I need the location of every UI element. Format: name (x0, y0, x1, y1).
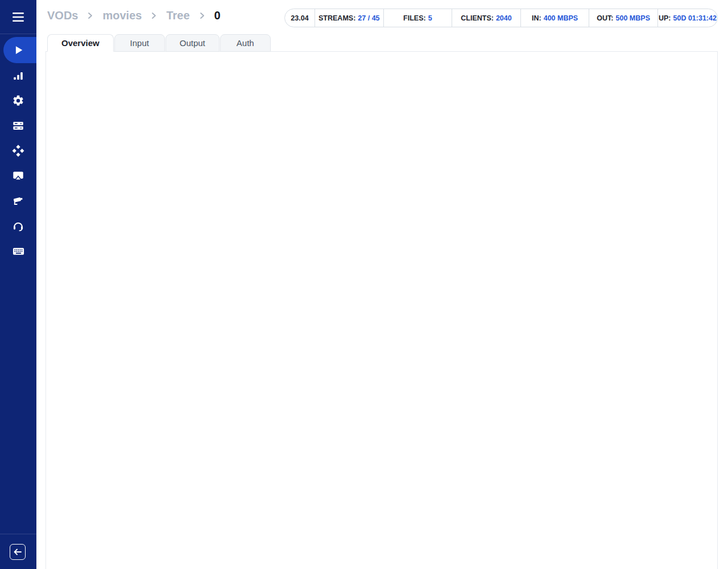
stat-streams[interactable]: STREAMS: 27 / 45 (315, 9, 383, 27)
stat-out[interactable]: OUT: 500 MBPS (589, 9, 657, 27)
stat-label: FILES: (403, 14, 426, 22)
cluster-diamonds-icon (12, 145, 24, 157)
tab-overview[interactable]: Overview (47, 34, 114, 52)
version-value: 23.04 (291, 14, 308, 22)
stat-files[interactable]: FILES: 5 (383, 9, 452, 27)
chevron-right-icon (198, 11, 206, 20)
stat-value: 500 MBPS (616, 14, 650, 22)
stat-in[interactable]: IN: 400 MBPS (520, 9, 589, 27)
collapse-sidebar-button[interactable] (10, 544, 26, 560)
headphones-icon (12, 220, 24, 232)
stat-value: 50D 01:31:42 (673, 14, 717, 22)
sidebar-item-settings[interactable] (0, 88, 36, 113)
breadcrumb-current: 0 (214, 9, 221, 22)
stat-label: IN: (532, 14, 541, 22)
stat-clients[interactable]: CLIENTS: 2040 (452, 9, 520, 27)
sidebar-nav (0, 34, 36, 263)
chevron-right-icon (150, 11, 158, 20)
tab-auth[interactable]: Auth (220, 34, 271, 52)
hamburger-icon (11, 12, 25, 22)
sidebar-item-keyboard[interactable] (0, 238, 36, 263)
hamburger-menu-button[interactable] (0, 0, 36, 34)
breadcrumb-tree[interactable]: Tree (166, 9, 189, 22)
stat-value: 5 (428, 14, 432, 22)
stat-value: 400 MBPS (544, 14, 578, 22)
sidebar-footer (0, 534, 36, 569)
sidebar-item-stats[interactable] (0, 63, 36, 88)
stat-uptime[interactable]: UP: 50D 01:31:42 (657, 9, 717, 27)
content-panel (46, 51, 718, 569)
sidebar (0, 0, 36, 569)
screen-cast-icon (12, 170, 24, 182)
stat-label: UP: (659, 14, 671, 22)
stat-value: 27 / 45 (358, 14, 379, 22)
stat-value: 2040 (496, 14, 512, 22)
stat-label: OUT: (597, 14, 613, 22)
server-stats-bar: 23.04 STREAMS: 27 / 45 FILES: 5 CLIENTS:… (284, 9, 718, 27)
bar-chart-icon (12, 69, 24, 82)
breadcrumb-vods[interactable]: VODs (47, 9, 78, 22)
tab-bar: Overview Input Output Auth (47, 34, 271, 52)
sidebar-item-media[interactable] (0, 37, 36, 63)
sidebar-item-server[interactable] (0, 113, 36, 138)
cctv-camera-icon (12, 195, 24, 207)
arrow-left-icon (14, 549, 22, 555)
sidebar-item-cluster[interactable] (0, 138, 36, 163)
sidebar-item-screen[interactable] (0, 163, 36, 188)
chevron-right-icon (86, 11, 94, 20)
server-icon (12, 119, 24, 132)
breadcrumb: VODs movies Tree 0 (47, 9, 221, 22)
tab-output[interactable]: Output (166, 34, 220, 52)
breadcrumb-movies[interactable]: movies (102, 9, 142, 22)
gear-icon (12, 94, 24, 107)
play-icon (12, 44, 24, 56)
keyboard-icon (12, 245, 25, 258)
version-badge: 23.04 (285, 9, 315, 27)
stat-label: STREAMS: (318, 14, 355, 22)
tab-input[interactable]: Input (114, 34, 165, 52)
stat-label: CLIENTS: (461, 14, 494, 22)
sidebar-item-support[interactable] (0, 213, 36, 238)
sidebar-item-camera[interactable] (0, 188, 36, 213)
